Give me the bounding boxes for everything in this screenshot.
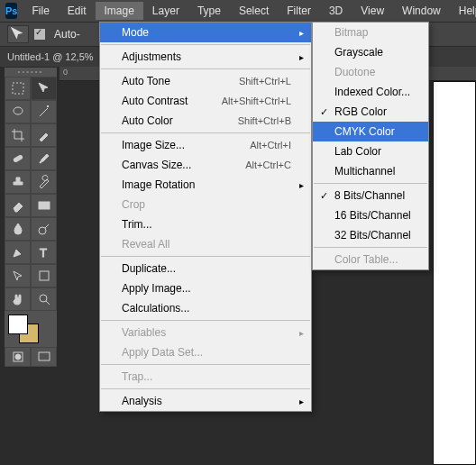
menu-mode[interactable]: Mode: [100, 23, 311, 42]
mode-lab[interactable]: Lab Color: [313, 141, 428, 161]
svg-point-4: [39, 227, 46, 234]
svg-rect-2: [13, 155, 23, 162]
tool-move[interactable]: [31, 77, 57, 100]
menu-crop: Crop: [100, 195, 311, 214]
mode-bitmap: Bitmap: [313, 23, 428, 42]
mode-rgb[interactable]: RGB Color: [313, 102, 428, 122]
bandage-icon: [11, 151, 25, 166]
menu-trim[interactable]: Trim...: [100, 214, 311, 234]
foreground-swatch[interactable]: [8, 315, 28, 334]
menu-image[interactable]: Image: [96, 2, 143, 20]
tool-blur[interactable]: [5, 217, 31, 241]
menu-apply-image[interactable]: Apply Image...: [100, 278, 311, 298]
menu-duplicate[interactable]: Duplicate...: [100, 259, 311, 278]
auto-select-checkbox[interactable]: [34, 29, 45, 40]
quickmask-icon: [11, 350, 25, 364]
pen-icon: [11, 245, 25, 260]
menu-filter[interactable]: Filter: [278, 2, 320, 20]
tool-zoom[interactable]: [31, 287, 57, 311]
blur-icon: [11, 222, 25, 236]
menu-view[interactable]: View: [352, 2, 393, 20]
tool-history-brush[interactable]: [31, 170, 57, 194]
mode-multichannel[interactable]: Multichannel: [313, 161, 428, 181]
move-cursor-icon: [8, 24, 28, 44]
menu-image-rotation[interactable]: Image Rotation: [100, 175, 311, 195]
tool-marquee[interactable]: [5, 77, 31, 100]
menu-separator: [314, 183, 427, 184]
tool-hand[interactable]: [5, 287, 31, 311]
menu-help[interactable]: Help: [450, 2, 476, 20]
menu-window[interactable]: Window: [393, 2, 450, 20]
eraser-icon: [11, 198, 25, 213]
tool-healing[interactable]: [5, 147, 31, 170]
svg-rect-6: [40, 271, 49, 280]
tools-panel: T: [4, 67, 58, 368]
tool-stamp[interactable]: [5, 170, 31, 194]
mode-color-table: Color Table...: [313, 250, 428, 269]
color-swatches[interactable]: [5, 311, 57, 347]
mode-indexed[interactable]: Indexed Color...: [313, 82, 428, 102]
tool-wand[interactable]: [31, 100, 57, 123]
tool-dodge[interactable]: [31, 217, 57, 241]
mode-grayscale[interactable]: Grayscale: [313, 42, 428, 62]
mode-duotone: Duotone: [313, 62, 428, 82]
tool-shape[interactable]: [31, 264, 57, 287]
menu-auto-tone[interactable]: Auto ToneShift+Ctrl+L: [100, 71, 311, 91]
shortcut-label: Alt+Ctrl+C: [245, 160, 291, 170]
tool-pen[interactable]: [5, 241, 31, 264]
mode-32bit[interactable]: 32 Bits/Channel: [313, 225, 428, 245]
image-menu-dropdown: Mode Adjustments Auto ToneShift+Ctrl+L A…: [99, 22, 312, 412]
menu-3d[interactable]: 3D: [320, 2, 352, 20]
hand-icon: [11, 292, 25, 306]
tool-preset-picker[interactable]: [7, 25, 29, 43]
tool-brush[interactable]: [31, 147, 57, 170]
tool-lasso[interactable]: [5, 100, 31, 123]
mode-16bit[interactable]: 16 Bits/Channel: [313, 205, 428, 225]
menu-image-size[interactable]: Image Size...Alt+Ctrl+I: [100, 135, 311, 155]
eyedropper-icon: [37, 128, 51, 142]
type-icon: T: [37, 245, 51, 260]
panel-grip[interactable]: [5, 68, 57, 77]
menu-trap: Trap...: [100, 367, 311, 387]
menu-reveal-all: Reveal All: [100, 234, 311, 254]
wand-icon: [37, 105, 51, 119]
canvas[interactable]: [433, 81, 476, 465]
tool-crop[interactable]: [5, 123, 31, 147]
menu-separator: [101, 256, 310, 257]
app-logo: Ps: [5, 3, 17, 19]
menu-auto-contrast[interactable]: Auto ContrastAlt+Shift+Ctrl+L: [100, 91, 311, 111]
tool-path-select[interactable]: [5, 264, 31, 287]
tool-eraser[interactable]: [5, 194, 31, 217]
menu-auto-color[interactable]: Auto ColorShift+Ctrl+B: [100, 111, 311, 131]
tool-quickmask[interactable]: [5, 347, 31, 367]
svg-point-9: [15, 354, 21, 360]
history-brush-icon: [37, 175, 51, 189]
stamp-icon: [11, 175, 25, 189]
menu-select[interactable]: Select: [230, 2, 278, 20]
menu-type[interactable]: Type: [188, 2, 230, 20]
gradient-icon: [37, 198, 51, 213]
svg-rect-0: [13, 83, 23, 94]
svg-rect-3: [39, 202, 50, 209]
menu-variables: Variables: [100, 323, 311, 342]
mode-cmyk[interactable]: CMYK Color: [313, 122, 428, 141]
menu-separator: [101, 388, 310, 389]
menu-analysis[interactable]: Analysis: [100, 391, 311, 411]
tool-screenmode[interactable]: [31, 347, 57, 367]
tool-eyedropper[interactable]: [31, 123, 57, 147]
menu-file[interactable]: File: [23, 2, 58, 20]
svg-rect-10: [39, 352, 50, 360]
menu-separator: [101, 132, 310, 133]
menu-calculations[interactable]: Calculations...: [100, 298, 311, 318]
shortcut-label: Alt+Shift+Ctrl+L: [222, 96, 291, 106]
menu-layer[interactable]: Layer: [143, 2, 188, 20]
crop-icon: [11, 128, 25, 142]
menu-edit[interactable]: Edit: [59, 2, 96, 20]
lasso-icon: [11, 105, 25, 119]
svg-text:T: T: [40, 246, 47, 260]
menu-adjustments[interactable]: Adjustments: [100, 47, 311, 67]
mode-8bit[interactable]: 8 Bits/Channel: [313, 186, 428, 205]
menu-canvas-size[interactable]: Canvas Size...Alt+Ctrl+C: [100, 155, 311, 175]
tool-type[interactable]: T: [31, 241, 57, 264]
tool-gradient[interactable]: [31, 194, 57, 217]
